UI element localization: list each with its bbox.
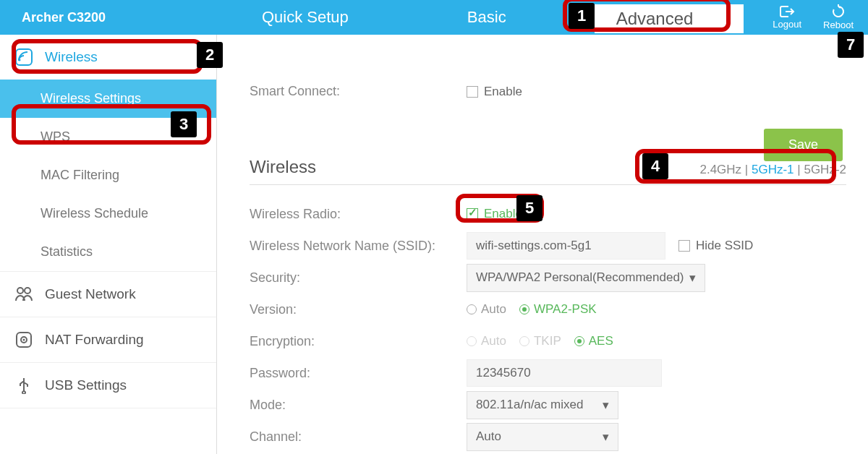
svg-point-6 [23, 339, 25, 341]
logout-button[interactable]: Logout [773, 5, 801, 30]
reboot-button[interactable]: Reboot [823, 4, 854, 30]
checkbox-icon [467, 208, 478, 220]
mode-label: Mode: [250, 398, 467, 413]
sidebar-item-guest-network[interactable]: Guest Network [0, 272, 216, 317]
save-button[interactable]: Save [764, 129, 843, 161]
encryption-label: Encryption: [250, 334, 467, 349]
sidebar-sub-wireless-settings[interactable]: Wireless Settings [0, 80, 216, 118]
tab-quick-setup[interactable]: Quick Setup [246, 0, 365, 35]
tab-basic[interactable]: Basic [451, 0, 522, 35]
sidebar-sub-statistics[interactable]: Statistics [0, 233, 216, 271]
logout-icon [779, 5, 795, 18]
channel-select[interactable]: Auto▾ [467, 423, 618, 451]
password-label: Password: [250, 366, 467, 381]
smart-connect-label: Smart Connect: [250, 84, 467, 99]
svg-point-3 [25, 288, 30, 294]
main-content: Smart Connect: Enable Save Wireless 2.4G… [217, 35, 868, 454]
sidebar-wireless-label: Wireless [45, 49, 98, 65]
sidebar-item-wireless[interactable]: Wireless [0, 35, 216, 80]
guest-network-icon [13, 283, 35, 305]
wireless-section-title: Wireless [250, 157, 316, 177]
version-label: Version: [250, 302, 467, 317]
sidebar-sub-mac-filtering[interactable]: MAC Filtering [0, 156, 216, 194]
security-label: Security: [250, 270, 467, 286]
band-5ghz-2[interactable]: 5GHz-2 [804, 163, 846, 176]
nat-icon [13, 329, 35, 351]
ssid-label: Wireless Network Name (SSID): [250, 239, 467, 254]
checkbox-icon [467, 86, 478, 98]
svg-point-2 [17, 288, 23, 294]
mode-select[interactable]: 802.11a/n/ac mixed▾ [467, 391, 618, 419]
wireless-radio-label: Wireless Radio: [250, 207, 467, 222]
top-tabs: Quick Setup Basic Advanced [239, 0, 773, 35]
chevron-down-icon: ▾ [603, 429, 609, 445]
wireless-icon [13, 46, 35, 68]
reboot-icon [831, 4, 846, 19]
band-selector: 2.4GHz | 5GHz-1 | 5GHz-2 [699, 163, 846, 177]
sidebar-sub-wps[interactable]: WPS [0, 118, 216, 156]
security-select[interactable]: WPA/WPA2 Personal(Recommended)▾ [467, 264, 705, 292]
version-wpa2psk-radio[interactable]: WPA2-PSK [519, 302, 597, 317]
ssid-input[interactable]: wifi-settings.com-5g1 [467, 232, 665, 260]
band-5ghz-1[interactable]: 5GHz-1 [752, 163, 794, 176]
checkbox-icon [678, 240, 690, 252]
chevron-down-icon: ▾ [603, 398, 609, 413]
tab-advanced[interactable]: Advanced [595, 4, 744, 33]
password-input[interactable]: 12345670 [467, 359, 662, 387]
usb-icon [13, 374, 35, 396]
band-24ghz[interactable]: 2.4GHz [699, 163, 741, 176]
top-bar: Archer C3200 Quick Setup Basic Advanced … [0, 0, 868, 35]
channel-label: Channel: [250, 429, 467, 445]
svg-rect-0 [16, 49, 32, 65]
chevron-down-icon: ▾ [689, 270, 696, 286]
hide-ssid-checkbox[interactable]: Hide SSID [678, 239, 753, 253]
svg-point-1 [19, 59, 21, 61]
sidebar-item-nat-forwarding[interactable]: NAT Forwarding [0, 317, 216, 362]
sidebar: Wireless Wireless Settings WPS MAC Filte… [0, 35, 217, 454]
sidebar-item-usb-settings[interactable]: USB Settings [0, 363, 216, 408]
wireless-radio-enable[interactable]: Enable [467, 207, 522, 221]
version-auto-radio[interactable]: Auto [467, 302, 506, 317]
smart-connect-enable[interactable]: Enable [467, 85, 522, 99]
encryption-auto-radio[interactable]: Auto [467, 334, 506, 348]
sidebar-sub-wireless-schedule[interactable]: Wireless Schedule [0, 194, 216, 233]
encryption-tkip-radio[interactable]: TKIP [519, 334, 561, 348]
device-model: Archer C3200 [22, 10, 239, 25]
encryption-aes-radio[interactable]: AES [574, 334, 613, 348]
